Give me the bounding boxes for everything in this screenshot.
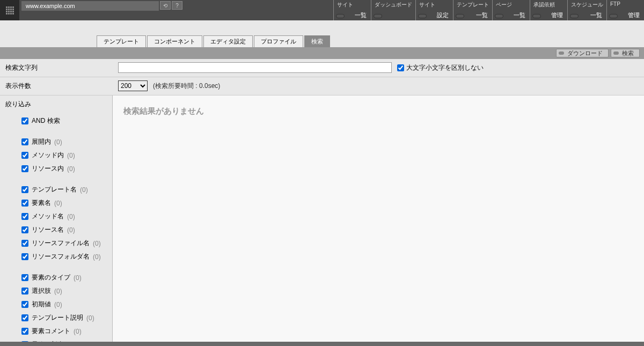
toggle-icon <box>336 14 345 18</box>
top-tab-approval[interactable]: 承認依頼 管理 <box>530 0 567 20</box>
filter-checkbox[interactable] <box>21 240 28 247</box>
filter-resource-name[interactable]: リソース名 (0) <box>21 223 107 237</box>
filter-label: リソースフォルダ名 <box>32 252 90 261</box>
filter-label: リソース名 <box>32 225 64 234</box>
filter-checkbox[interactable] <box>21 301 28 308</box>
filter-template-desc[interactable]: テンプレート説明 (0) <box>21 311 107 325</box>
filter-count: (0) <box>74 328 82 335</box>
filter-label: テンプレート説明 <box>32 313 83 322</box>
filter-checkbox[interactable] <box>21 288 28 295</box>
case-insensitive-label: 大文字小文字を区別しない <box>406 63 484 72</box>
filter-checkbox[interactable] <box>21 152 28 159</box>
top-tab-ftp[interactable]: FTP 管理 <box>606 0 644 20</box>
results-area: 検索結果がありません <box>113 95 644 127</box>
search-input[interactable] <box>118 62 392 73</box>
filter-choices[interactable]: 選択肢 (0) <box>21 284 107 298</box>
action-strip: ダウンロード 検索 <box>0 47 644 59</box>
filter-checkbox[interactable] <box>21 186 28 193</box>
filter-label: リソースファイル名 <box>32 239 90 248</box>
filter-checkbox[interactable] <box>21 314 28 321</box>
filter-element-type[interactable]: 要素のタイプ (0) <box>21 271 107 284</box>
filter-count: (0) <box>67 213 75 220</box>
filter-label: テンプレート名 <box>32 185 77 194</box>
tab-editor-settings[interactable]: エディタ設定 <box>203 35 253 47</box>
toggle-icon <box>570 14 579 18</box>
case-insensitive-checkbox[interactable] <box>397 64 404 71</box>
toggle-icon <box>532 14 541 18</box>
toggle-icon <box>418 14 427 18</box>
filter-resource-file-name[interactable]: リソースファイル名 (0) <box>21 237 107 250</box>
url-area: www.example.com <box>19 0 159 20</box>
header-icon-buttons: ⟲ ? <box>160 1 182 10</box>
filter-checkbox[interactable] <box>21 117 28 124</box>
main-layout: 絞り込み AND 検索 展開内 (0) メソッド内 (0) <box>0 95 644 346</box>
top-tab-title: FTP <box>610 1 641 7</box>
top-nav-tabs: サイト 一覧 ダッシュボード サイト 設定 テンプレート 一覧 ページ 一覧 承… <box>333 0 644 20</box>
filter-group-1: 展開内 (0) メソッド内 (0) リソース内 (0) <box>21 135 107 175</box>
filter-and-search[interactable]: AND 検索 <box>21 114 107 128</box>
filter-label: AND 検索 <box>32 116 60 126</box>
top-tab-template[interactable]: テンプレート 一覧 <box>453 0 492 20</box>
display-count-select[interactable]: 200 <box>118 80 148 91</box>
top-tab-schedule[interactable]: スケジュール 一覧 <box>567 0 606 20</box>
top-tab-site-list[interactable]: サイト 一覧 <box>333 0 371 20</box>
filter-count: (0) <box>86 314 94 322</box>
top-tab-title: スケジュール <box>571 1 603 9</box>
filter-expand[interactable]: 展開内 (0) <box>21 135 107 149</box>
search-time-info: (検索所要時間 : 0.0sec) <box>153 82 220 91</box>
refresh-icon[interactable]: ⟲ <box>160 1 171 10</box>
no-results-message: 検索結果がありません <box>123 106 633 116</box>
filter-resource-in[interactable]: リソース内 (0) <box>21 162 107 175</box>
help-icon[interactable]: ? <box>172 1 182 10</box>
filter-checkbox[interactable] <box>21 200 28 207</box>
filter-template-name[interactable]: テンプレート名 (0) <box>21 183 107 196</box>
top-tab-title: ページ <box>496 1 526 9</box>
filter-label: 要素コメント <box>32 327 70 336</box>
filter-checkbox[interactable] <box>21 138 28 145</box>
top-tab-title: サイト <box>419 1 450 9</box>
filter-count: (0) <box>54 138 62 146</box>
filter-initial-value[interactable]: 初期値 (0) <box>21 298 107 311</box>
toggle-icon <box>495 14 503 18</box>
tab-template[interactable]: テンプレート <box>97 35 146 47</box>
filter-label: 選択肢 <box>32 286 51 296</box>
top-tab-page[interactable]: ページ 一覧 <box>492 0 530 20</box>
content-tabs: テンプレート コンポーネント エディタ設定 プロファイル 検索 <box>97 35 330 47</box>
filter-label: 展開内 <box>32 137 51 146</box>
filter-label: 要素名 <box>32 198 51 208</box>
filter-checkbox[interactable] <box>21 213 28 220</box>
filter-method-name[interactable]: メソッド名 (0) <box>21 210 107 223</box>
filter-element-comment[interactable]: 要素コメント (0) <box>21 325 107 338</box>
top-tab-title: ダッシュボード <box>375 1 412 9</box>
url-display[interactable]: www.example.com <box>21 1 159 11</box>
filter-checkbox[interactable] <box>21 253 28 260</box>
filter-checkbox[interactable] <box>21 328 28 335</box>
filter-label: リソース内 <box>32 164 64 173</box>
filter-label: メソッド内 <box>32 151 64 160</box>
filter-group-3: 要素のタイプ (0) 選択肢 (0) 初期値 (0) テンプレート説明 (0) <box>21 271 107 346</box>
case-insensitive-wrap[interactable]: 大文字小文字を区別しない <box>397 63 484 72</box>
display-count-control: 200 (検索所要時間 : 0.0sec) <box>113 77 644 94</box>
top-tab-dashboard[interactable]: ダッシュボード <box>371 0 415 20</box>
toggle-icon <box>609 14 618 18</box>
filter-method-in[interactable]: メソッド内 (0) <box>21 149 107 162</box>
download-button[interactable]: ダウンロード <box>556 49 609 57</box>
filter-checkbox[interactable] <box>21 274 28 281</box>
logo-grid-icon <box>6 6 14 14</box>
tab-component[interactable]: コンポーネント <box>147 35 202 47</box>
search-button[interactable]: 検索 <box>611 49 640 57</box>
tab-search[interactable]: 検索 <box>304 35 330 47</box>
top-tab-site-settings[interactable]: サイト 設定 <box>415 0 453 20</box>
filter-element-name[interactable]: 要素名 (0) <box>21 196 107 210</box>
filter-count: (0) <box>54 200 62 207</box>
filter-count: (0) <box>93 253 101 261</box>
filter-resource-folder-name[interactable]: リソースフォルダ名 (0) <box>21 250 107 263</box>
results-content: 検索結果がありません <box>113 95 644 346</box>
tab-profile[interactable]: プロファイル <box>254 35 303 47</box>
sub-header: テンプレート コンポーネント エディタ設定 プロファイル 検索 <box>0 20 644 47</box>
filter-sidebar: 絞り込み AND 検索 展開内 (0) メソッド内 (0) <box>0 95 113 346</box>
filter-checkbox[interactable] <box>21 165 28 172</box>
filter-count: (0) <box>67 152 75 159</box>
filter-checkbox[interactable] <box>21 226 28 233</box>
filter-group-2: テンプレート名 (0) 要素名 (0) メソッド名 (0) リソース名 (0) <box>21 183 107 263</box>
